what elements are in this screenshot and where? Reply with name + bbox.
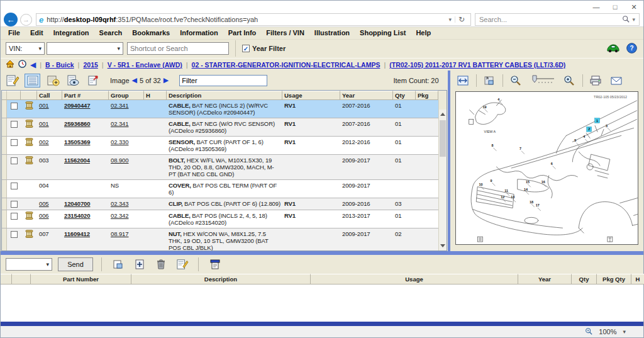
delete-icon[interactable] [153,257,169,271]
call-cell[interactable]: 002 [37,137,62,154]
zoom-level[interactable]: 100% [599,328,616,335]
illustration-canvas[interactable]: TR02-105 05/23/2012 VIEW A 4191234567891… [455,91,638,245]
column-header-call[interactable]: Call [37,91,62,100]
group-cell[interactable]: NS [109,180,144,198]
menu-item-filters-vin[interactable]: Filters / VIN [261,29,309,37]
callout-number[interactable]: 16 [541,180,545,184]
group-cell[interactable]: 08.900 [109,155,144,179]
search-dropdown-icon[interactable]: ▾ [632,16,635,23]
callout-number[interactable]: 13 [511,195,514,199]
zoom-icon[interactable] [585,327,592,336]
callout-number[interactable]: 9 [490,179,492,183]
edit-notes-icon[interactable] [4,74,20,87]
shopping-column-header-blank[interactable] [1,274,12,284]
search-icon[interactable] [622,15,630,24]
home-icon[interactable] [6,60,14,69]
part-number-cell[interactable]: 12040700 [62,198,109,210]
call-cell[interactable]: 003 [37,155,62,179]
shopping-column-header-year[interactable]: Year [518,274,572,284]
row-checkbox[interactable] [11,139,18,146]
call-cell[interactable]: 001 [37,100,62,118]
copy-item-icon[interactable] [110,257,126,271]
callout-number[interactable]: 8 [491,144,493,147]
row-checkbox[interactable] [11,183,18,189]
table-row[interactable]: 0012593686002.341CABLE, BAT NEG (W/O RVC… [2,118,438,137]
call-cell[interactable]: 004 [37,180,62,198]
callout-number[interactable]: 5 [574,139,576,143]
back-button[interactable]: ← [4,13,18,26]
group-cell[interactable]: 08.917 [109,228,144,251]
column-header-group[interactable]: Group [109,91,144,100]
vin-mode-select[interactable]: VIN:▾ [6,42,45,55]
row-checkbox[interactable] [11,201,18,208]
previous-image-icon[interactable]: ◀ [132,76,137,84]
list-view-icon[interactable] [25,74,40,87]
table-row[interactable]: 0071160941208.917NUT, HEX W/CON WA, M8X1… [2,228,438,251]
export-icon[interactable] [85,74,101,87]
callout-number[interactable]: 19 [482,105,486,109]
part-number-cell[interactable] [62,180,109,198]
part-number-cell[interactable]: 25936860 [62,118,109,136]
scroll-up-icon[interactable] [439,110,447,119]
callout-number[interactable]: 18 [530,200,533,204]
call-cell[interactable]: 006 [37,210,62,228]
shopping-column-header-qty[interactable]: Qty [572,274,597,284]
close-button[interactable]: ✕ [625,1,643,13]
preview-icon[interactable] [65,74,80,87]
callout-number[interactable]: 15 [526,180,530,184]
row-checkbox[interactable] [11,231,18,238]
row-checkbox[interactable] [11,121,18,128]
column-header-blank[interactable] [21,91,37,100]
call-cell[interactable]: 001 [37,118,62,136]
column-header-description[interactable]: Description [167,91,282,100]
next-image-icon[interactable]: ▶ [164,76,169,84]
help-icon[interactable]: ? [626,43,637,55]
menu-item-part-info[interactable]: Part Info [223,29,262,37]
add-item-icon[interactable] [131,257,147,271]
table-row[interactable]: 0062315402002.342CABLE, BAT POS (INCLS 2… [2,210,438,228]
print-icon[interactable] [588,74,604,87]
shopping-column-header-part-number[interactable]: Part Number [31,274,131,284]
group-cell[interactable]: 02.341 [109,118,144,136]
breadcrumb-link[interactable]: (TR02-105) 2011-2017 RV1 BATTERY CABLES … [389,61,565,69]
send-target-select[interactable]: ▾ [6,258,52,271]
item-notes-icon[interactable] [174,257,190,271]
callout-number[interactable]: 6 [550,162,552,166]
callout-number[interactable]: 2 [588,128,590,132]
shopping-column-header-blank[interactable] [12,274,31,284]
menu-item-information[interactable]: Information [175,29,223,37]
part-number-cell[interactable]: 11609412 [62,228,109,251]
callout-number[interactable]: 1 [596,119,598,123]
refresh-icon[interactable]: ↻ [455,15,468,24]
menu-item-search[interactable]: Search [94,29,128,37]
menu-item-shopping-list[interactable]: Shopping List [355,29,411,37]
table-row[interactable]: 0012094044702.341CABLE, BAT NEG (INCLS 2… [2,100,438,118]
note-icon[interactable] [25,211,33,226]
column-header-pkg[interactable]: Pkg [416,91,438,100]
group-cell[interactable]: 02.341 [109,100,144,118]
zoom-slider[interactable] [529,74,557,87]
navigate-back-icon[interactable]: ◀ [30,61,36,69]
group-cell[interactable]: 02.342 [109,210,144,228]
report-icon[interactable] [207,257,223,271]
vertical-scrollbar[interactable] [438,100,447,251]
note-icon[interactable] [25,156,33,177]
part-number-cell[interactable]: 20940447 [62,100,109,118]
scrollbar-track[interactable] [439,119,447,241]
column-header-h[interactable]: H [144,91,167,100]
column-header-year[interactable]: Year [340,91,393,100]
shopping-column-header-pkg-qty[interactable]: Pkg Qty [597,274,631,284]
vin-value-select[interactable]: ▾ [47,42,123,55]
filter-input[interactable] [179,75,267,86]
forward-button[interactable]: → [20,14,32,26]
vehicle-icon[interactable] [606,43,621,54]
table-row[interactable]: 0021350536902.330SENSOR, BAT CUR (PART O… [2,137,438,155]
column-header-usage[interactable]: Usage [282,91,340,100]
shopping-column-header-h[interactable]: H [631,274,644,284]
callout-number[interactable]: 12 [501,195,504,199]
callout-number[interactable]: 14 [524,188,528,191]
table-row[interactable]: 0051204070002.343CLIP, BAT POS CBL (PART… [2,198,438,210]
menu-item-illustration[interactable]: Illustration [309,29,355,37]
group-cell[interactable]: 02.330 [109,137,144,154]
note-icon[interactable] [25,101,33,116]
